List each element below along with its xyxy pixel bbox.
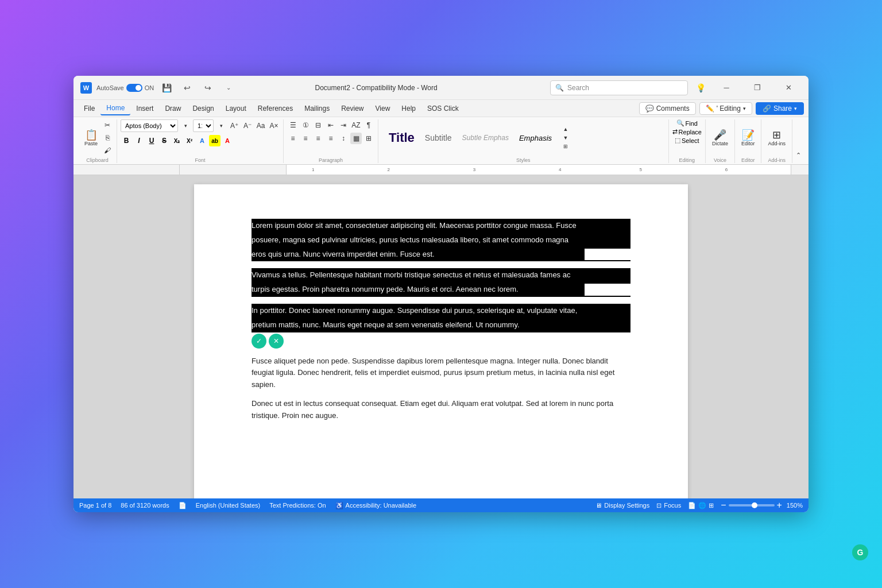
print-view-icon[interactable]: 📄	[688, 502, 696, 509]
text-predictions-status[interactable]: Text Predictions: On	[269, 502, 326, 509]
zoom-slider[interactable]	[729, 504, 775, 506]
ribbon-collapse-icon[interactable]: ⌃	[792, 149, 804, 161]
selected-text-2b-text: turpis egestas. Proin pharetra nonummy p…	[252, 284, 519, 296]
selected-text-2b: turpis egestas. Proin pharetra nonummy p…	[252, 283, 630, 297]
zoom-out-icon[interactable]: −	[721, 500, 726, 510]
clear-format-button[interactable]: A×	[268, 120, 280, 131]
show-hide-button[interactable]: ¶	[363, 119, 374, 131]
share-button[interactable]: 🔗 Share ▾	[756, 102, 804, 115]
reject-comment-button[interactable]: ✕	[269, 334, 284, 349]
italic-button[interactable]: I	[133, 135, 145, 146]
autosave-toggle[interactable]	[126, 84, 142, 92]
cut-button[interactable]: ✂	[102, 119, 113, 131]
focus-view-icon[interactable]: ⊞	[709, 502, 714, 509]
styles-scroll-up-icon[interactable]: ▲	[560, 125, 571, 134]
zoom-level: 150%	[787, 502, 803, 509]
decrease-font-button[interactable]: A⁻	[242, 120, 253, 131]
accept-comment-button[interactable]: ✓	[252, 334, 266, 349]
find-label[interactable]: Find	[686, 120, 698, 127]
addins-ribbon-label: Add-ins	[765, 157, 788, 163]
menu-references[interactable]: References	[252, 102, 299, 115]
document-area[interactable]: Lorem ipsum dolor sit amet, consectetuer…	[74, 175, 808, 498]
menu-file[interactable]: File	[78, 102, 100, 115]
strikethrough-button[interactable]: S	[158, 135, 170, 146]
style-subtle-emphasis[interactable]: Subtle Emphas	[458, 125, 513, 150]
justify-button[interactable]: ≡	[325, 133, 336, 144]
select-label[interactable]: Select	[682, 137, 699, 144]
menu-draw[interactable]: Draw	[159, 102, 187, 115]
word-count-label: 86 of 3120 words	[121, 502, 169, 509]
edit-icon: ✏️	[706, 105, 714, 113]
font-label: Font	[121, 157, 280, 163]
menu-review[interactable]: Review	[335, 102, 369, 115]
bullets-button[interactable]: ☰	[287, 119, 299, 131]
focus-button[interactable]: ⊡ Focus	[656, 502, 681, 509]
line-spacing-button[interactable]: ↕	[338, 133, 349, 144]
menu-design[interactable]: Design	[187, 102, 219, 115]
multilevel-button[interactable]: ⊟	[312, 119, 324, 131]
lightbulb-icon[interactable]: 💡	[693, 80, 709, 96]
menu-layout[interactable]: Layout	[220, 102, 252, 115]
copy-button[interactable]: ⎘	[102, 132, 113, 144]
font-color-button[interactable]: A	[222, 135, 233, 146]
format-painter-button[interactable]: 🖌	[102, 145, 113, 156]
restore-button[interactable]: ❐	[744, 80, 771, 96]
editor-button[interactable]: 📝 Editor	[738, 128, 758, 148]
font-case-button[interactable]: Aa	[255, 120, 266, 131]
styles-expand-icon[interactable]: ⊞	[560, 142, 571, 150]
comments-button[interactable]: 💬 Comments	[639, 102, 696, 115]
undo-button[interactable]: ↩	[179, 80, 195, 96]
style-title[interactable]: Title	[384, 125, 419, 150]
menu-help[interactable]: Help	[396, 102, 421, 115]
accessibility-status[interactable]: ♿ Accessibility: Unavailable	[335, 502, 417, 509]
font-size-select[interactable]: 11	[193, 119, 214, 132]
menu-insert[interactable]: Insert	[130, 102, 159, 115]
style-emphasis[interactable]: Emphasis	[514, 125, 556, 150]
language-status[interactable]: English (United States)	[196, 502, 261, 509]
search-box[interactable]: 🔍 Search	[550, 80, 688, 95]
web-view-icon[interactable]: 🌐	[698, 502, 706, 509]
decrease-indent-button[interactable]: ⇤	[325, 119, 336, 131]
paste-label: Paste	[84, 141, 98, 146]
save-button[interactable]: 💾	[158, 80, 175, 96]
menubar-right: 💬 Comments ✏️ ' Editing ▾ 🔗 Share ▾	[639, 102, 804, 115]
zoom-control: − + 150%	[721, 500, 803, 510]
increase-indent-button[interactable]: ⇥	[338, 119, 349, 131]
styles-scroll-down-icon[interactable]: ▼	[560, 134, 571, 142]
menu-home[interactable]: Home	[100, 102, 130, 115]
highlight-button[interactable]: ab	[209, 135, 220, 146]
dictate-button[interactable]: 🎤 Dictate	[709, 128, 731, 148]
superscript-button[interactable]: X²	[184, 135, 195, 146]
underline-button[interactable]: U	[146, 135, 157, 146]
addins-button[interactable]: ⊞ Add-ins	[765, 128, 788, 148]
toggle-knob	[136, 85, 141, 91]
ruler-mark-4: 4	[559, 167, 561, 172]
menu-sosclick[interactable]: SOS Click	[421, 102, 465, 115]
align-left-button[interactable]: ≡	[287, 133, 299, 144]
display-settings-button[interactable]: 🖥 Display Settings	[595, 502, 649, 509]
shading-button[interactable]: ▦	[350, 133, 362, 144]
paste-button[interactable]: 📋 Paste	[82, 128, 100, 148]
subscript-button[interactable]: X₂	[171, 135, 183, 146]
document-page[interactable]: Lorem ipsum dolor sit amet, consectetuer…	[194, 184, 688, 498]
editing-button[interactable]: ✏️ ' Editing ▾	[699, 102, 752, 115]
style-emphasis-label: Emphasis	[519, 134, 552, 142]
align-center-button[interactable]: ≡	[300, 133, 311, 144]
menu-view[interactable]: View	[370, 102, 396, 115]
close-button[interactable]: ✕	[775, 80, 802, 96]
word-count[interactable]: 86 of 3120 words	[121, 502, 169, 509]
font-name-select[interactable]: Aptos (Body)	[121, 119, 178, 132]
sort-button[interactable]: AZ	[350, 119, 362, 131]
text-effects-button[interactable]: A	[196, 135, 208, 146]
border-button[interactable]: ⊞	[363, 133, 374, 144]
zoom-in-icon[interactable]: +	[777, 500, 782, 510]
bold-button[interactable]: B	[121, 135, 132, 146]
increase-font-button[interactable]: A⁺	[229, 120, 240, 131]
numbering-button[interactable]: ①	[300, 119, 311, 131]
align-right-button[interactable]: ≡	[312, 133, 324, 144]
menu-mailings[interactable]: Mailings	[299, 102, 335, 115]
style-subtitle[interactable]: Subtitle	[420, 125, 457, 150]
minimize-button[interactable]: ─	[713, 80, 740, 96]
doc-view-icon[interactable]: 📄	[179, 502, 187, 509]
replace-label[interactable]: Replace	[679, 129, 702, 136]
